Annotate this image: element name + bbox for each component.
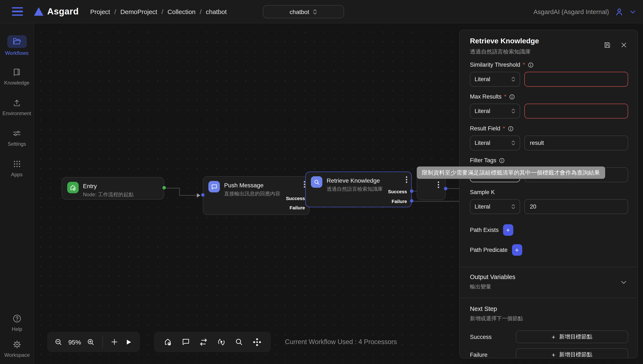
hamburger-menu-icon[interactable] (12, 7, 23, 16)
node-menu-icon[interactable] (438, 181, 439, 188)
sidebar-item-label: Settings (8, 141, 26, 147)
edge-hidden-node-out (446, 188, 459, 189)
port-retrieve-success[interactable] (410, 190, 413, 193)
edge-arrowhead-icon (197, 193, 200, 198)
node-title: Entry (83, 182, 134, 190)
house-plus-icon (69, 184, 77, 191)
select-value: Literal (475, 140, 490, 146)
output-variables-title: Output Variables (470, 274, 515, 280)
sidebar-item-help[interactable]: Help (0, 313, 34, 332)
info-icon[interactable] (528, 62, 533, 68)
sidebar-item-label: Workflows (5, 50, 29, 56)
select-chevrons-icon (511, 204, 515, 210)
port-push-input[interactable] (201, 193, 204, 197)
run-workflow-button[interactable] (124, 336, 133, 348)
port-entry-output[interactable] (162, 186, 166, 190)
required-asterisk: * (523, 62, 525, 68)
result-field-mode-select[interactable]: Literal (470, 136, 520, 150)
info-icon[interactable] (508, 126, 514, 132)
info-icon[interactable] (509, 94, 515, 100)
chat-bubble-icon (211, 183, 218, 190)
sidebar-item-knowledge[interactable]: Knowledge (0, 67, 34, 86)
info-icon[interactable] (499, 157, 505, 163)
move-icon[interactable] (251, 336, 263, 348)
zoom-out-icon[interactable] (54, 336, 63, 348)
similarity-threshold-mode-select[interactable]: Literal (470, 72, 520, 87)
port-label-success: Success (286, 196, 305, 201)
sidebar-item-workspace[interactable]: Workspace (0, 339, 34, 358)
port-label-success: Success (388, 189, 407, 194)
sidebar-item-workflows[interactable]: Workflows (0, 35, 34, 56)
sidebar-item-environment[interactable]: Environment (0, 97, 34, 116)
node-entry[interactable]: Entry Node: 工作流程的起點 (62, 177, 164, 200)
add-failure-target-button[interactable]: + 新增目標節點 (516, 348, 628, 358)
sidebar-item-apps[interactable]: Apps (0, 158, 34, 178)
add-success-target-button[interactable]: + 新增目標節點 (516, 330, 628, 343)
add-path-exists-button[interactable]: + (503, 224, 513, 236)
edge-retrieve-failure (411, 201, 459, 202)
breadcrumb-item-project[interactable]: Project (90, 8, 110, 15)
workflow-select[interactable]: chatbot (263, 5, 344, 18)
result-field-input[interactable] (524, 136, 628, 150)
node-retrieve-knowledge[interactable]: Retrieve Knowledge 透過自然語言檢索知識庫 Success F… (305, 172, 412, 207)
sidebar-item-settings[interactable]: Settings (0, 128, 34, 147)
panel-subtitle: 透過自然語言檢索知識庫 (470, 48, 628, 56)
entry-node-icon (67, 182, 79, 193)
field-label-result-field: Result Field (470, 125, 500, 132)
select-value: Literal (475, 76, 490, 82)
house-plus-icon[interactable] (162, 336, 174, 348)
node-push-message[interactable]: Push Message 直接輸出訊息的回應內容 Success Failure (203, 176, 310, 215)
toolbar-divider (102, 336, 103, 348)
add-target-label: 新增目標節點 (559, 333, 592, 341)
bulb-rotate-icon[interactable] (215, 336, 228, 348)
swap-arrows-icon[interactable] (197, 336, 210, 348)
chevron-down-icon[interactable] (629, 8, 636, 15)
field-label-max-results: Max Results (470, 94, 502, 100)
save-icon[interactable] (603, 41, 611, 49)
output-variables-section[interactable]: Output Variables 輸出變量 (470, 267, 628, 297)
node-menu-icon[interactable] (304, 181, 305, 188)
breadcrumb-item-collection[interactable]: Collection (167, 8, 196, 15)
chevron-down-icon[interactable] (620, 278, 627, 286)
node-menu-icon[interactable] (406, 176, 407, 183)
help-icon (12, 314, 22, 323)
breadcrumb-separator: / (200, 8, 201, 15)
sidebar-item-label: Help (12, 326, 22, 332)
breadcrumb-item-chatbot[interactable]: chatbot (206, 8, 227, 15)
next-step-failure-label: Failure (470, 352, 488, 358)
plus-icon: + (552, 333, 555, 340)
select-chevrons-icon (511, 108, 515, 114)
sample-k-mode-select[interactable]: Literal (470, 199, 520, 214)
add-path-predicate-button[interactable]: + (512, 244, 522, 256)
node-title: Retrieve Knowledge (327, 176, 383, 184)
field-label-similarity-threshold: Similarity Threshold (470, 62, 520, 68)
retrieve-knowledge-node-icon (311, 176, 322, 188)
next-step-title: Next Step (470, 306, 628, 312)
output-variables-subtitle: 輸出變量 (470, 283, 515, 290)
node-tools-toolbar (154, 332, 271, 352)
workflow-status-text: Current Workflow Used : 4 Processors (285, 338, 397, 346)
add-node-button[interactable] (110, 336, 119, 348)
plus-icon: + (552, 351, 555, 358)
gear-icon (12, 340, 22, 349)
port-retrieve-failure[interactable] (410, 199, 413, 202)
zoom-in-icon[interactable] (87, 336, 95, 348)
max-results-mode-select[interactable]: Literal (470, 104, 520, 118)
sidebar-item-label: Workspace (4, 352, 30, 358)
chat-bubble-icon[interactable] (179, 336, 192, 348)
sample-k-input[interactable] (524, 199, 628, 214)
max-results-input[interactable] (524, 104, 628, 118)
search-icon (313, 178, 320, 186)
similarity-threshold-input[interactable] (524, 72, 628, 87)
zoom-level: 95% (68, 338, 81, 346)
edge-entry-bend (179, 188, 180, 196)
user-icon[interactable] (614, 7, 624, 16)
close-icon[interactable] (620, 42, 627, 48)
node-subtitle: 透過自然語言檢索知識庫 (327, 186, 383, 193)
plus-icon: + (506, 226, 510, 234)
breadcrumb-item-demoproject[interactable]: DemoProject (120, 8, 157, 15)
port-hidden-node-output[interactable] (444, 187, 447, 190)
node-title: Push Message (224, 181, 280, 188)
required-asterisk: * (504, 94, 507, 100)
search-icon[interactable] (233, 336, 245, 348)
